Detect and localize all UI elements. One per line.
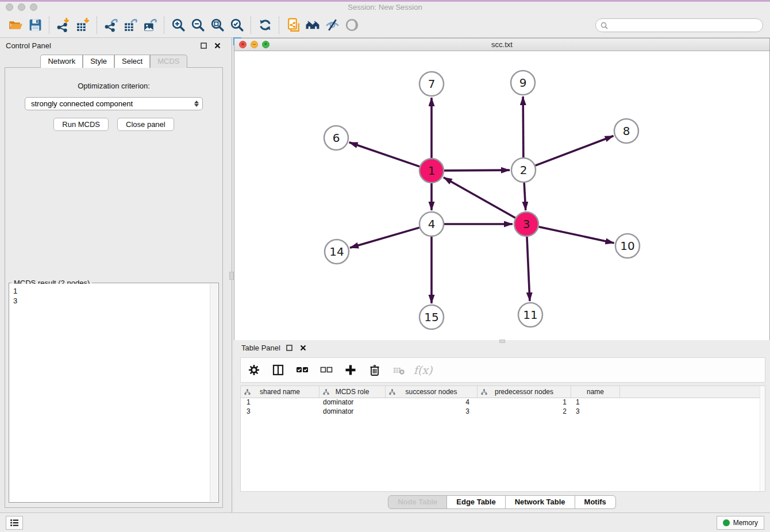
cell-mcds-role[interactable]: dominator	[319, 398, 386, 407]
delete-table-button[interactable]	[391, 363, 406, 377]
task-history-button[interactable]	[6, 516, 23, 530]
search-input[interactable]	[611, 21, 758, 29]
control-panel-header: Control Panel	[0, 38, 228, 53]
add-column-button[interactable]	[343, 363, 358, 377]
zoom-selected-button[interactable]	[227, 16, 247, 35]
graph-node-9[interactable]: 9	[511, 71, 535, 95]
run-mcds-button[interactable]: Run MCDS	[53, 118, 109, 131]
hide-selected-button[interactable]	[322, 16, 342, 35]
cell-successor-nodes[interactable]: 4	[386, 398, 478, 407]
tab-network[interactable]: Network	[40, 55, 83, 68]
tab-node-table[interactable]: Node Table	[388, 495, 447, 509]
graph-edge-3-10[interactable]	[539, 227, 614, 243]
cell-successor-nodes[interactable]: 3	[386, 407, 478, 417]
graph-edge-2-3[interactable]	[524, 183, 526, 210]
cell-mcds-role[interactable]: dominator	[319, 407, 386, 417]
close-table-panel-button[interactable]	[299, 344, 308, 353]
export-image-button[interactable]	[140, 16, 160, 35]
cell-predecessor-nodes[interactable]: 2	[478, 407, 571, 417]
main-content: Control Panel Network Style Select MCDS	[0, 38, 770, 512]
show-all-button[interactable]	[342, 16, 361, 35]
export-network-button[interactable]	[101, 16, 121, 35]
graph-edge-2-8[interactable]	[536, 136, 614, 166]
column-header-shared-name[interactable]: shared name	[241, 386, 319, 398]
cell-shared-name[interactable]: 1	[241, 398, 319, 407]
first-neighbors-button[interactable]	[303, 16, 322, 35]
column-header-mcds-role[interactable]: MCDS role	[319, 386, 386, 398]
memory-button[interactable]: Memory	[717, 516, 764, 530]
cell-name[interactable]: 1	[571, 398, 620, 407]
graph-edge-1-2[interactable]	[444, 170, 510, 171]
splitter-grip[interactable]	[229, 272, 234, 280]
close-icon	[214, 43, 221, 49]
network-close-button[interactable]: ×	[239, 41, 247, 48]
cell-name[interactable]: 3	[571, 407, 620, 417]
graph-node-3[interactable]: 3	[514, 212, 538, 236]
mcds-result-list[interactable]: 1 3	[10, 284, 210, 502]
float-table-panel-button[interactable]	[285, 344, 294, 353]
right-column: × − + scc.txt 1234678910111415 Table Pan…	[234, 38, 770, 512]
horizontal-splitter-grip[interactable]	[499, 340, 505, 343]
import-table-button[interactable]	[73, 16, 93, 35]
graph-node-4[interactable]: 4	[419, 212, 444, 236]
tab-style[interactable]: Style	[83, 55, 114, 68]
graph-node-2[interactable]: 2	[511, 158, 536, 182]
close-panel-button-2[interactable]: Close panel	[117, 118, 174, 131]
refresh-layout-button[interactable]	[255, 16, 275, 35]
network-maximize-button[interactable]: +	[262, 41, 270, 48]
result-scrollbar[interactable]	[210, 284, 218, 502]
import-network-button[interactable]	[53, 16, 73, 35]
criterion-select[interactable]: strongly connected component	[25, 97, 203, 110]
toolbar-separator	[279, 17, 279, 34]
graph-edge-4-14[interactable]	[350, 228, 419, 248]
column-header-name[interactable]: name	[571, 386, 620, 398]
clone-network-button[interactable]	[283, 16, 303, 35]
graph-edge-3-11[interactable]	[527, 237, 530, 301]
graph-edge-2-9[interactable]	[523, 97, 523, 157]
tab-edge-table[interactable]: Edge Table	[447, 495, 505, 509]
zoom-in-button[interactable]	[168, 16, 188, 35]
graph-edge-3-1[interactable]	[444, 178, 515, 218]
cell-predecessor-nodes[interactable]: 1	[478, 398, 571, 407]
float-panel-button[interactable]	[199, 41, 208, 50]
graph-node-7[interactable]: 7	[419, 72, 444, 96]
tab-network-table[interactable]: Network Table	[506, 495, 575, 509]
table-scrollbar[interactable]	[760, 386, 765, 491]
graph-edge-1-6[interactable]	[349, 142, 419, 167]
graph-node-8[interactable]: 8	[614, 119, 638, 143]
vertical-splitter[interactable]	[228, 38, 234, 512]
tab-select[interactable]: Select	[114, 55, 150, 68]
graph-node-10[interactable]: 10	[615, 234, 640, 258]
table-options-button[interactable]	[247, 363, 261, 377]
function-builder-button[interactable]: f(x)	[415, 363, 430, 377]
graph-node-11[interactable]: 11	[518, 303, 542, 327]
graph-node-1[interactable]: 1	[419, 159, 444, 183]
export-table-button[interactable]	[121, 16, 140, 35]
close-panel-button[interactable]	[213, 41, 222, 50]
show-columns-button[interactable]	[271, 363, 286, 377]
zoom-out-button[interactable]	[188, 16, 207, 35]
save-session-button[interactable]	[25, 16, 45, 35]
network-minimize-button[interactable]: −	[251, 41, 258, 48]
tab-motifs[interactable]: Motifs	[575, 495, 616, 509]
graph-node-14[interactable]: 14	[325, 240, 349, 264]
graph-node-6[interactable]: 6	[324, 126, 348, 150]
app-title: Session: New Session	[0, 3, 770, 11]
column-header-successor-nodes[interactable]: successor nodes	[386, 386, 478, 398]
deselect-all-button[interactable]	[319, 363, 334, 377]
column-header-predecessor-nodes[interactable]: predecessor nodes	[478, 386, 571, 398]
search-icon	[600, 22, 608, 29]
open-file-button[interactable]	[6, 16, 25, 35]
tab-mcds[interactable]: MCDS	[150, 55, 187, 68]
table-row[interactable]: 3 dominator 3 2 3	[241, 407, 765, 417]
select-all-button[interactable]	[295, 363, 310, 377]
delete-column-button[interactable]	[367, 363, 382, 377]
graph-node-label: 15	[424, 310, 438, 324]
table-row[interactable]: 1 dominator 4 1 1	[241, 398, 765, 407]
zoom-fit-button[interactable]	[207, 16, 227, 35]
graph-node-15[interactable]: 15	[419, 305, 444, 329]
network-canvas[interactable]: 1234678910111415	[234, 51, 769, 340]
cell-shared-name[interactable]: 3	[241, 407, 319, 417]
network-graph[interactable]: 1234678910111415	[234, 51, 769, 340]
zoom-in-icon	[171, 17, 186, 33]
